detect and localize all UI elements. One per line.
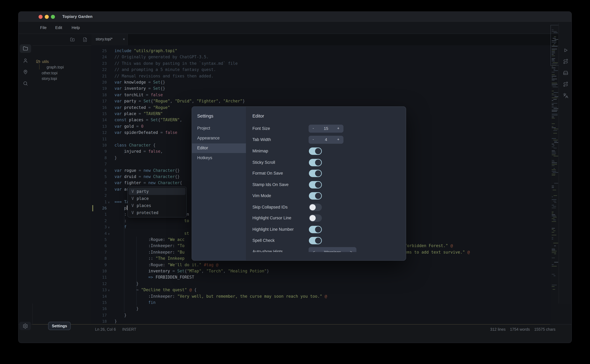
window-title: Topiary Garden: [62, 14, 92, 19]
line-number: 17: [91, 98, 107, 104]
close-traffic-light[interactable]: [39, 15, 43, 19]
map-pin-icon: [23, 69, 28, 75]
toggle-spell-check[interactable]: [309, 237, 322, 244]
line-number: 20: [91, 79, 107, 85]
tab-close-icon[interactable]: ×: [123, 37, 125, 41]
selector-next[interactable]: >: [350, 250, 352, 252]
setting-label: Format On Save: [252, 171, 283, 176]
setting-label: Sticky Scroll: [252, 160, 275, 165]
code-line: 10 inventory = Set{"MTap", "Torch", "Hea…: [91, 268, 551, 274]
fold-chevron-icon[interactable]: ∨: [108, 231, 110, 237]
stepper-increment[interactable]: +: [337, 126, 340, 130]
fold-chevron-icon[interactable]: ∨: [108, 287, 110, 293]
fold-chevron-icon[interactable]: ∨: [108, 199, 110, 205]
settings-panel-title: Editor: [252, 114, 264, 118]
toggle-minimap[interactable]: [309, 147, 322, 155]
explorer-rail-button[interactable]: [20, 45, 31, 53]
tree-folder-label: utils: [42, 59, 49, 64]
minimize-traffic-light[interactable]: [45, 15, 49, 19]
stat-chars: 15575 chars: [534, 327, 555, 332]
minimap[interactable]: [551, 24, 558, 302]
line-number: 18: [91, 318, 107, 323]
settings-button[interactable]: [20, 322, 31, 330]
tree-file-other-topi[interactable]: other.topi: [33, 70, 101, 76]
code-line: 15 fin: [91, 299, 551, 306]
line-number: 12: [91, 130, 107, 136]
fold-chevron-icon[interactable]: ∨: [108, 224, 110, 230]
toggle-highlight-cursor-line[interactable]: [309, 214, 322, 222]
code-line: 16 }: [91, 306, 551, 312]
stepper-increment[interactable]: +: [337, 137, 340, 142]
line-number: 11: [91, 136, 107, 142]
setting-label: Skip Collapsed IDs: [252, 205, 288, 209]
tab-story-topi[interactable]: story.topi* ×: [91, 34, 128, 45]
toggle-skip-collapsed-ids[interactable]: [309, 204, 322, 211]
run-button[interactable]: [563, 47, 568, 53]
toggle-knob: [309, 215, 316, 221]
line-number: 21: [91, 73, 107, 79]
localization-button[interactable]: [563, 93, 568, 98]
line-number: 2: [91, 218, 107, 224]
toggle-vim-mode[interactable]: [309, 192, 322, 200]
autocomplete-item-protected[interactable]: Vprotected: [129, 209, 185, 216]
selector-value: Warnings: [308, 250, 356, 252]
line-number: 1: [91, 211, 107, 217]
settings-panel: Editor Font Size-15+Tab Width-4+MinimapS…: [246, 107, 406, 252]
paths-button[interactable]: [563, 81, 568, 87]
code-line: 22// and prompting a 5 minute fantasy qu…: [91, 67, 551, 73]
storage-button[interactable]: [563, 70, 568, 76]
variable-kind-icon: V: [131, 203, 134, 208]
menu-file[interactable]: File: [40, 25, 46, 30]
line-number: 7: [91, 249, 107, 255]
setting-label: Minimap: [252, 149, 268, 153]
menu-edit[interactable]: Edit: [55, 25, 62, 30]
settings-nav-hotkeys[interactable]: Hotkeys: [197, 156, 212, 160]
line-number: 22: [91, 67, 107, 73]
settings-dialog-title: Settings: [197, 114, 213, 118]
settings-nav-appearance[interactable]: Appearance: [197, 136, 220, 140]
tab-label: story.topi*: [96, 37, 112, 41]
line-number: 13: [91, 124, 107, 130]
new-file-icon[interactable]: [83, 37, 87, 42]
route-icon: [563, 81, 568, 87]
stat-lines: 312 lines: [490, 327, 506, 332]
code-line: 19var inventory = Set{}: [91, 85, 551, 92]
route-icon: [563, 58, 568, 64]
menu-help[interactable]: Help: [72, 25, 80, 30]
settings-nav-project[interactable]: Project: [197, 126, 210, 130]
toggle-knob: [315, 193, 321, 199]
toggle-knob: [315, 170, 321, 176]
search-rail-button[interactable]: [20, 79, 31, 88]
variable-kind-icon: V: [131, 196, 134, 201]
user-rail-button[interactable]: [20, 56, 31, 65]
autocomplete-item-party[interactable]: Vparty: [129, 188, 185, 195]
line-number: 18: [91, 92, 107, 98]
line-number: 26: [91, 205, 107, 211]
line-number: 8: [91, 255, 107, 262]
toggle-format-on-save[interactable]: [309, 170, 322, 177]
document-stats: 312 lines1754 words15575 chars: [490, 327, 555, 332]
toggle-sticky-scroll[interactable]: [309, 159, 322, 166]
locations-rail-button[interactable]: [20, 68, 31, 76]
toggle-highlight-line-number[interactable]: [309, 226, 322, 233]
setting-label: Stamp Ids On Save: [252, 182, 288, 187]
toggle-knob: [315, 159, 321, 166]
graph-view-button[interactable]: [563, 58, 568, 64]
autocomplete-item-places[interactable]: Vplaces: [129, 202, 185, 209]
setting-label: Vim Mode: [252, 193, 271, 198]
setting-label: Highlight Cursor Line: [252, 216, 291, 220]
tree-file-label: graph.topi: [46, 65, 64, 69]
autocomplete-label: party: [137, 189, 149, 194]
hard-drive-icon: [563, 70, 568, 76]
autocomplete-item-place[interactable]: Vplace: [129, 195, 185, 202]
settings-nav-editor[interactable]: Editor: [197, 146, 208, 150]
tree-file-story-topi[interactable]: story.topi: [33, 76, 101, 81]
new-folder-icon[interactable]: [70, 37, 75, 42]
toggle-stamp-ids-on-save[interactable]: [309, 181, 322, 188]
line-number: 6: [91, 168, 107, 174]
minimap-viewport[interactable]: [551, 25, 560, 66]
line-number: 19: [91, 85, 107, 92]
maximize-traffic-light[interactable]: [51, 15, 55, 19]
toggle-knob: [315, 238, 321, 244]
tree-folder-utils[interactable]: utils: [33, 58, 95, 65]
